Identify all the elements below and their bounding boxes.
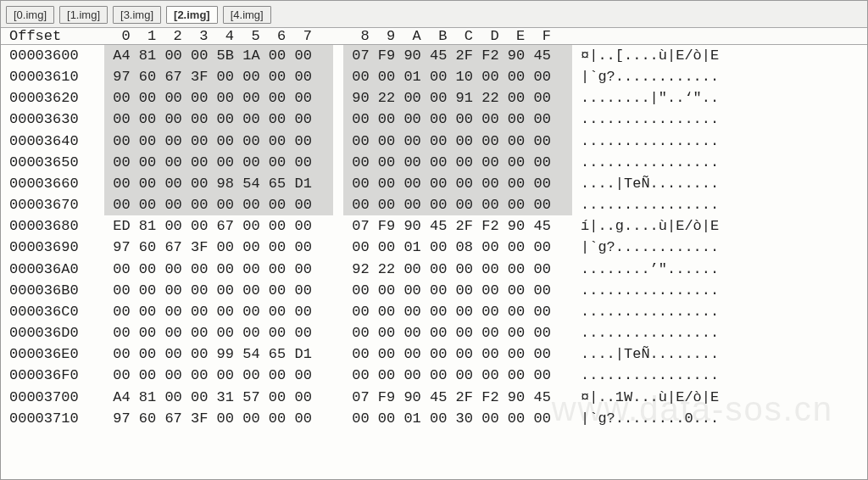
hex-bytes-0-7[interactable]: 97 60 67 3F 00 00 00 00	[104, 408, 333, 429]
hex-row[interactable]: 00003620 00 00 00 00 00 00 00 00 90 22 0…	[1, 87, 867, 109]
hex-bytes-0-7[interactable]: 00 00 00 00 00 00 00 00	[104, 365, 333, 386]
hex-bytes-0-7[interactable]: 00 00 00 00 00 00 00 00	[104, 301, 333, 322]
hex-bytes-0-7[interactable]: 00 00 00 00 00 00 00 00	[104, 152, 333, 173]
hex-row[interactable]: 00003630 00 00 00 00 00 00 00 00 00 00 0…	[1, 109, 867, 130]
tab-3img[interactable]: [3.img]	[113, 6, 161, 24]
offset-cell: 00003710	[4, 408, 104, 429]
hex-bytes-0-7[interactable]: 00 00 00 00 00 00 00 00	[104, 322, 333, 343]
offset-cell: 00003620	[4, 87, 104, 109]
ascii-cell[interactable]: ................	[572, 280, 864, 301]
hex-row[interactable]: 00003710 97 60 67 3F 00 00 00 00 00 00 0…	[1, 408, 867, 429]
ascii-cell[interactable]: ................	[572, 109, 864, 130]
hex-row[interactable]: 000036D0 00 00 00 00 00 00 00 00 00 00 0…	[1, 322, 867, 343]
hex-bytes-8-f[interactable]: 00 00 00 00 00 00 00 00	[343, 343, 572, 365]
hex-header-left: 0 1 2 3 4 5 6 7	[104, 28, 333, 44]
hex-bytes-0-7[interactable]: 00 00 00 00 99 54 65 D1	[104, 343, 333, 365]
tab-2img[interactable]: [2.img]	[166, 6, 218, 24]
hex-bytes-8-f[interactable]: 92 22 00 00 00 00 00 00	[343, 259, 572, 280]
offset-cell: 00003690	[4, 237, 104, 258]
offset-cell: 000036F0	[4, 365, 104, 386]
hex-bytes-0-7[interactable]: A4 81 00 00 31 57 00 00	[104, 387, 333, 408]
hex-bytes-8-f[interactable]: 00 00 01 00 30 00 00 00	[343, 408, 572, 429]
hex-row[interactable]: 000036F0 00 00 00 00 00 00 00 00 00 00 0…	[1, 365, 867, 386]
hex-bytes-8-f[interactable]: 00 00 00 00 00 00 00 00	[343, 152, 572, 173]
offset-header: Offset	[4, 28, 104, 44]
hex-row[interactable]: 00003690 97 60 67 3F 00 00 00 00 00 00 0…	[1, 237, 867, 258]
hex-bytes-8-f[interactable]: 07 F9 90 45 2F F2 90 45	[343, 387, 572, 408]
ascii-cell[interactable]: ¤|..[....ù|E/ò|E	[572, 45, 864, 66]
hex-bytes-0-7[interactable]: 00 00 00 00 98 54 65 D1	[104, 173, 333, 194]
ascii-cell[interactable]: ........’"......	[572, 259, 864, 280]
offset-cell: 00003600	[4, 45, 104, 66]
ascii-cell[interactable]: ¤|..1W...ù|E/ò|E	[572, 387, 864, 408]
ascii-cell[interactable]: ....|TeÑ........	[572, 343, 864, 365]
ascii-cell[interactable]: ....|TeÑ........	[572, 173, 864, 194]
hex-bytes-8-f[interactable]: 00 00 01 00 10 00 00 00	[343, 66, 572, 87]
ascii-cell[interactable]: ................	[572, 194, 864, 215]
hex-bytes-0-7[interactable]: 00 00 00 00 00 00 00 00	[104, 280, 333, 301]
offset-cell: 00003640	[4, 131, 104, 152]
tab-1img[interactable]: [1.img]	[59, 6, 108, 24]
offset-cell: 00003650	[4, 152, 104, 173]
hex-row[interactable]: 00003640 00 00 00 00 00 00 00 00 00 00 0…	[1, 131, 867, 152]
offset-cell: 000036E0	[4, 343, 104, 365]
ascii-cell[interactable]: ................	[572, 152, 864, 173]
hex-column-header: Offset 0 1 2 3 4 5 6 7 8 9 A B C D E F	[1, 28, 867, 45]
tab-bar: [0.img] [1.img] [3.img] [2.img] [4.img]	[1, 1, 867, 28]
ascii-cell[interactable]: ................	[572, 301, 864, 322]
hex-bytes-0-7[interactable]: 97 60 67 3F 00 00 00 00	[104, 66, 333, 87]
ascii-cell[interactable]: |`g?............	[572, 237, 864, 258]
offset-cell: 00003680	[4, 215, 104, 237]
hex-bytes-8-f[interactable]: 00 00 00 00 00 00 00 00	[343, 301, 572, 322]
tab-4img[interactable]: [4.img]	[223, 6, 271, 24]
hex-row[interactable]: 000036E0 00 00 00 00 99 54 65 D1 00 00 0…	[1, 343, 867, 365]
hex-bytes-8-f[interactable]: 00 00 00 00 00 00 00 00	[343, 365, 572, 386]
ascii-cell[interactable]: |`g?............	[572, 66, 864, 87]
ascii-cell[interactable]: í|..g....ù|E/ò|E	[572, 215, 864, 237]
hex-row[interactable]: 00003680 ED 81 00 00 67 00 00 00 07 F9 9…	[1, 215, 867, 237]
ascii-cell[interactable]: ................	[572, 322, 864, 343]
offset-cell: 000036D0	[4, 322, 104, 343]
hex-bytes-0-7[interactable]: 97 60 67 3F 00 00 00 00	[104, 237, 333, 258]
offset-cell: 00003700	[4, 387, 104, 408]
hex-row[interactable]: 000036B0 00 00 00 00 00 00 00 00 00 00 0…	[1, 280, 867, 301]
hex-row[interactable]: 00003600 A4 81 00 00 5B 1A 00 00 07 F9 9…	[1, 45, 867, 66]
offset-cell: 000036A0	[4, 259, 104, 280]
hex-body: 00003600 A4 81 00 00 5B 1A 00 00 07 F9 9…	[1, 45, 867, 429]
hex-header-right: 8 9 A B C D E F	[343, 28, 572, 44]
ascii-cell[interactable]: ........|"..‘"..	[572, 87, 864, 109]
ascii-cell[interactable]: |`g?........0...	[572, 408, 864, 429]
hex-bytes-8-f[interactable]: 00 00 00 00 00 00 00 00	[343, 173, 572, 194]
hex-row[interactable]: 000036A0 00 00 00 00 00 00 00 00 92 22 0…	[1, 259, 867, 280]
hex-editor-frame: [0.img] [1.img] [3.img] [2.img] [4.img] …	[0, 0, 868, 480]
hex-row[interactable]: 00003670 00 00 00 00 00 00 00 00 00 00 0…	[1, 194, 867, 215]
offset-cell: 00003630	[4, 109, 104, 130]
hex-bytes-0-7[interactable]: 00 00 00 00 00 00 00 00	[104, 194, 333, 215]
hex-bytes-8-f[interactable]: 00 00 00 00 00 00 00 00	[343, 194, 572, 215]
hex-bytes-0-7[interactable]: A4 81 00 00 5B 1A 00 00	[104, 45, 333, 66]
hex-row[interactable]: 00003700 A4 81 00 00 31 57 00 00 07 F9 9…	[1, 387, 867, 408]
hex-bytes-0-7[interactable]: 00 00 00 00 00 00 00 00	[104, 109, 333, 130]
ascii-cell[interactable]: ................	[572, 365, 864, 386]
hex-bytes-0-7[interactable]: ED 81 00 00 67 00 00 00	[104, 215, 333, 237]
offset-cell: 000036C0	[4, 301, 104, 322]
hex-bytes-0-7[interactable]: 00 00 00 00 00 00 00 00	[104, 131, 333, 152]
hex-bytes-0-7[interactable]: 00 00 00 00 00 00 00 00	[104, 259, 333, 280]
hex-bytes-8-f[interactable]: 07 F9 90 45 2F F2 90 45	[343, 215, 572, 237]
tab-0img[interactable]: [0.img]	[6, 6, 54, 24]
hex-row[interactable]: 000036C0 00 00 00 00 00 00 00 00 00 00 0…	[1, 301, 867, 322]
hex-bytes-8-f[interactable]: 00 00 00 00 00 00 00 00	[343, 322, 572, 343]
hex-bytes-8-f[interactable]: 07 F9 90 45 2F F2 90 45	[343, 45, 572, 66]
hex-bytes-8-f[interactable]: 00 00 00 00 00 00 00 00	[343, 109, 572, 130]
hex-bytes-8-f[interactable]: 90 22 00 00 91 22 00 00	[343, 87, 572, 109]
hex-row[interactable]: 00003650 00 00 00 00 00 00 00 00 00 00 0…	[1, 152, 867, 173]
hex-row[interactable]: 00003660 00 00 00 00 98 54 65 D1 00 00 0…	[1, 173, 867, 194]
hex-bytes-8-f[interactable]: 00 00 00 00 00 00 00 00	[343, 131, 572, 152]
offset-cell: 00003610	[4, 66, 104, 87]
offset-cell: 00003660	[4, 173, 104, 194]
ascii-cell[interactable]: ................	[572, 131, 864, 152]
hex-row[interactable]: 00003610 97 60 67 3F 00 00 00 00 00 00 0…	[1, 66, 867, 87]
hex-bytes-8-f[interactable]: 00 00 00 00 00 00 00 00	[343, 280, 572, 301]
hex-bytes-0-7[interactable]: 00 00 00 00 00 00 00 00	[104, 87, 333, 109]
hex-bytes-8-f[interactable]: 00 00 01 00 08 00 00 00	[343, 237, 572, 258]
